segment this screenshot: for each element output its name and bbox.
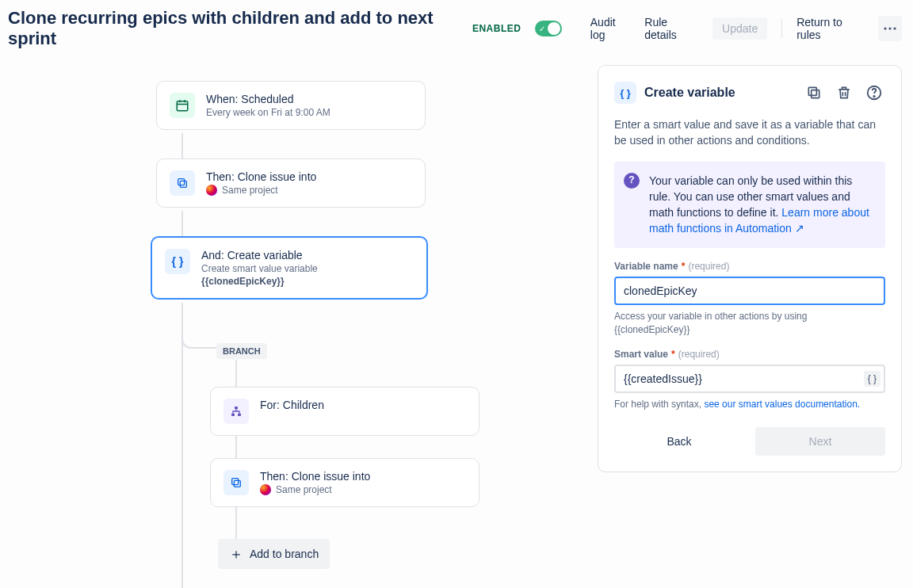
check-icon: ✓ bbox=[539, 25, 545, 33]
branch-clone-sub: Same project bbox=[260, 484, 370, 495]
toggle-knob bbox=[548, 22, 560, 35]
svg-rect-3 bbox=[177, 101, 188, 111]
delete-action[interactable] bbox=[833, 82, 855, 104]
help-action[interactable] bbox=[863, 82, 885, 104]
duplicate-action[interactable] bbox=[803, 82, 825, 104]
svg-point-1 bbox=[889, 27, 892, 29]
rule-title: Clone recurring epics with children and … bbox=[8, 8, 452, 49]
meatballs-icon bbox=[882, 21, 898, 36]
clone-title: Then: Clone issue into bbox=[206, 170, 316, 183]
panel-description: Enter a smart value and save it as a var… bbox=[614, 116, 885, 149]
smart-value-input[interactable] bbox=[614, 365, 885, 393]
createvar-sub1: Create smart value variable bbox=[201, 263, 318, 274]
info-banner: ? Your variable can only be used within … bbox=[614, 162, 885, 248]
info-question-icon: ? bbox=[624, 173, 640, 189]
smart-value-help: For help with syntax, see our smart valu… bbox=[614, 398, 885, 411]
variable-name-input[interactable] bbox=[614, 277, 885, 305]
svg-rect-7 bbox=[180, 181, 186, 187]
calendar-icon bbox=[170, 93, 195, 118]
createvar-sub2: {{clonedEpicKey}} bbox=[201, 276, 285, 287]
svg-point-19 bbox=[873, 96, 874, 97]
plus-icon: ＋ bbox=[229, 547, 243, 561]
copy-icon bbox=[170, 170, 195, 196]
back-button[interactable]: Back bbox=[614, 427, 744, 456]
svg-rect-14 bbox=[812, 90, 819, 98]
project-avatar-icon bbox=[260, 484, 271, 495]
more-actions-button[interactable] bbox=[878, 16, 902, 41]
enabled-badge: ENABLED bbox=[472, 23, 521, 34]
help-icon bbox=[865, 84, 883, 101]
clone-sub: Same project bbox=[206, 185, 316, 196]
connector bbox=[181, 303, 183, 588]
rule-details-link[interactable]: Rule details bbox=[644, 16, 698, 41]
smart-values-doc-link[interactable]: see our smart values documentation. bbox=[704, 399, 860, 410]
svg-rect-15 bbox=[808, 87, 816, 95]
svg-rect-10 bbox=[231, 414, 235, 416]
svg-rect-9 bbox=[235, 407, 238, 409]
smart-value-picker-button[interactable]: { } bbox=[864, 371, 881, 387]
branch-for-card[interactable]: For: Children bbox=[210, 387, 479, 436]
branch-for-title: For: Children bbox=[260, 399, 324, 411]
braces-icon: { } bbox=[165, 249, 190, 274]
svg-point-2 bbox=[894, 27, 896, 29]
required-star: * bbox=[682, 261, 686, 272]
braces-icon: { } bbox=[614, 82, 636, 104]
project-avatar-icon bbox=[206, 185, 217, 196]
enabled-toggle[interactable]: ✓ bbox=[535, 21, 561, 36]
audit-log-link[interactable]: Audit log bbox=[590, 16, 631, 41]
return-to-rules-link[interactable]: Return to rules bbox=[796, 16, 864, 41]
createvar-title: And: Create variable bbox=[201, 249, 318, 262]
panel-title: Create variable bbox=[644, 86, 795, 100]
svg-rect-8 bbox=[178, 179, 185, 185]
trash-icon bbox=[836, 85, 852, 101]
svg-rect-11 bbox=[238, 414, 241, 416]
connector bbox=[181, 133, 183, 158]
svg-rect-13 bbox=[232, 479, 239, 485]
separator bbox=[781, 19, 782, 38]
branch-clone-card[interactable]: Then: Clone issue into Same project bbox=[210, 458, 479, 507]
smart-value-label: Smart value * (required) bbox=[614, 349, 885, 360]
trigger-title: When: Scheduled bbox=[206, 93, 330, 105]
variable-name-label: Variable name * (required) bbox=[614, 261, 885, 272]
trigger-card[interactable]: When: Scheduled Every week on Fri at 9:0… bbox=[156, 81, 426, 130]
create-variable-card[interactable]: { } And: Create variable Create smart va… bbox=[151, 236, 428, 300]
clone-action-card[interactable]: Then: Clone issue into Same project bbox=[156, 158, 426, 208]
svg-point-0 bbox=[884, 27, 887, 29]
trigger-sub: Every week on Fri at 9:00 AM bbox=[206, 107, 330, 118]
add-to-branch-button[interactable]: ＋ Add to branch bbox=[218, 539, 330, 569]
branch-label: BRANCH bbox=[216, 343, 267, 359]
connector bbox=[181, 211, 183, 236]
hierarchy-icon bbox=[223, 399, 249, 424]
rule-header: Clone recurring epics with children and … bbox=[0, 0, 913, 57]
create-variable-panel: { } Create variable Enter a smart value … bbox=[598, 65, 902, 472]
branch-clone-title: Then: Clone issue into bbox=[260, 470, 370, 483]
copy-icon bbox=[223, 470, 249, 495]
required-star: * bbox=[671, 349, 675, 360]
svg-rect-12 bbox=[234, 480, 240, 487]
next-button[interactable]: Next bbox=[755, 427, 885, 456]
duplicate-icon bbox=[806, 85, 822, 101]
update-button[interactable]: Update bbox=[712, 17, 767, 40]
variable-name-help: Access your variable in other actions by… bbox=[614, 310, 885, 337]
